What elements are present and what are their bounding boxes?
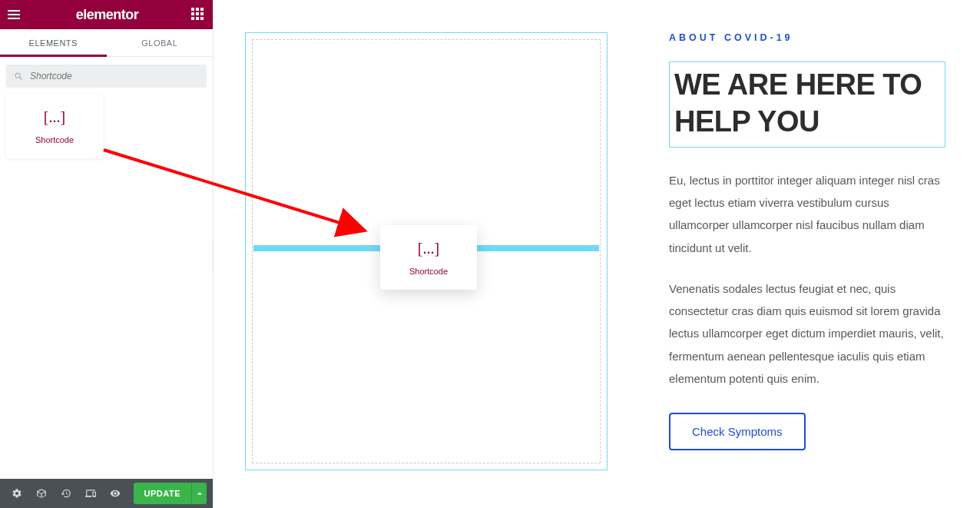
search-input[interactable] — [30, 71, 199, 81]
search-container — [0, 57, 213, 94]
responsive-icon[interactable] — [80, 483, 101, 504]
paragraph-1: Eu, lectus in porttitor integer aliquam … — [669, 169, 945, 259]
settings-icon[interactable] — [6, 483, 28, 504]
page-headline: WE ARE HERE TO HELP YOU — [674, 67, 940, 141]
app-logo: elementor — [76, 7, 139, 23]
navigator-icon[interactable] — [31, 483, 52, 504]
widget-shortcode[interactable]: [...] Shortcode — [6, 94, 103, 158]
dragging-widget-shortcode[interactable]: [...] Shortcode — [380, 225, 477, 290]
section-eyebrow: ABOUT COVID-19 — [669, 32, 945, 43]
sidebar-header: elementor — [0, 0, 213, 29]
search-box[interactable] — [6, 65, 207, 88]
menu-icon[interactable] — [8, 7, 23, 22]
search-icon — [14, 71, 24, 81]
sidebar-footer: UPDATE — [0, 479, 213, 508]
widget-label: Shortcode — [35, 135, 74, 144]
widgets-grid-icon[interactable] — [191, 8, 205, 22]
paragraph-2: Venenatis sodales lectus feugiat et nec,… — [669, 277, 945, 390]
elementor-sidebar: elementor ELEMENTS GLOBAL [...] Shortcod… — [0, 0, 214, 508]
tab-global[interactable]: GLOBAL — [107, 29, 214, 56]
editor-canvas: ABOUT COVID-19 WE ARE HERE TO HELP YOU E… — [214, 0, 980, 508]
headline-selected[interactable]: WE ARE HERE TO HELP YOU — [669, 61, 945, 148]
history-icon[interactable] — [55, 483, 77, 504]
decorative-flowers — [903, 470, 980, 508]
sidebar-tabs: ELEMENTS GLOBAL — [0, 29, 213, 57]
shortcode-icon: [...] — [44, 108, 65, 126]
cta-button[interactable]: Check Symptoms — [669, 413, 806, 450]
preview-icon[interactable] — [104, 483, 126, 504]
update-button[interactable]: UPDATE — [134, 483, 191, 504]
update-button-group: UPDATE — [134, 483, 207, 504]
widget-label: Shortcode — [409, 267, 448, 276]
page-content: ABOUT COVID-19 WE ARE HERE TO HELP YOU E… — [669, 32, 945, 450]
tab-elements[interactable]: ELEMENTS — [0, 29, 107, 56]
update-options-caret[interactable] — [191, 483, 207, 504]
shortcode-icon: [...] — [418, 240, 439, 257]
widgets-list: [...] Shortcode — [0, 94, 213, 479]
